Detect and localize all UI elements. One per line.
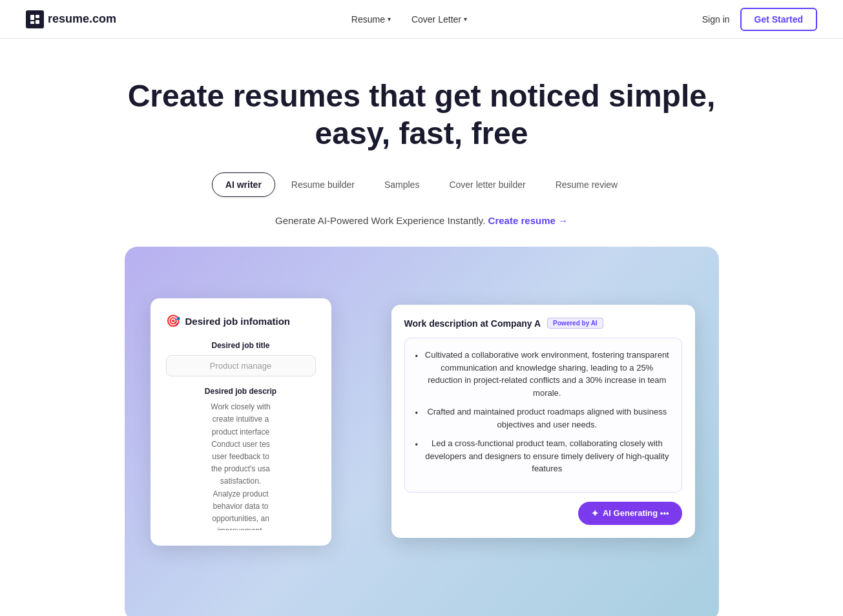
svg-rect-2 [36, 20, 39, 24]
generating-area: ✦ AI Generating ••• [404, 502, 682, 525]
nav-actions: Sign in Get Started [702, 8, 817, 31]
hero-title: Create resumes that get noticed simple, … [26, 77, 817, 152]
job-desc-text: Work closely withcreate intuitive aprodu… [166, 401, 316, 530]
feature-tabs: AI writer Resume builder Samples Cover l… [26, 172, 817, 197]
job-desc-label: Desired job descrip [166, 387, 316, 396]
nav-cover-letter-label: Cover Letter [411, 14, 461, 25]
ai-content-box: • Cultivated a collaborative work enviro… [404, 338, 682, 493]
right-card-title: Work description at Company A [404, 318, 541, 329]
svg-rect-3 [30, 21, 34, 24]
bullet-dot-1: • [415, 350, 419, 399]
demo-area: 🎯 Desired job infomation Desired job tit… [125, 247, 719, 616]
tab-ai-writer[interactable]: AI writer [212, 172, 275, 197]
nav-links: Resume ▾ Cover Letter ▾ [351, 14, 467, 25]
bullet-dot-2: • [415, 407, 419, 431]
tab-resume-builder[interactable]: Resume builder [278, 172, 368, 197]
hero-section: Create resumes that get noticed simple, … [0, 39, 843, 616]
ai-bullet-2: • Crafted and maintained product roadmap… [415, 406, 671, 431]
job-title-input[interactable]: Product manage [166, 355, 316, 376]
navbar: resume.com Resume ▾ Cover Letter ▾ Sign … [0, 0, 843, 39]
left-card-header: 🎯 Desired job infomation [166, 314, 316, 328]
tab-resume-review[interactable]: Resume review [542, 172, 631, 197]
hero-subtitle: Generate AI-Powered Work Experience Inst… [26, 215, 817, 226]
create-resume-link[interactable]: Create resume → [488, 215, 568, 226]
right-card-header: Work description at Company A Powered by… [404, 318, 682, 329]
svg-rect-1 [36, 15, 39, 18]
logo[interactable]: resume.com [26, 10, 116, 28]
tab-cover-letter-builder[interactable]: Cover letter builder [435, 172, 539, 197]
chevron-down-icon: ▾ [464, 15, 467, 23]
logo-text: resume.com [48, 12, 116, 26]
ai-generating-button[interactable]: ✦ AI Generating ••• [578, 502, 682, 525]
logo-icon [26, 10, 44, 28]
svg-rect-0 [30, 15, 34, 20]
left-card: 🎯 Desired job infomation Desired job tit… [151, 298, 331, 546]
tab-samples[interactable]: Samples [371, 172, 433, 197]
nav-resume-link[interactable]: Resume ▾ [351, 14, 391, 25]
ai-bullet-3: • Led a cross-functional product team, c… [415, 437, 671, 475]
nav-resume-label: Resume [351, 14, 385, 25]
signin-link[interactable]: Sign in [702, 14, 730, 25]
bullet-dot-3: • [415, 438, 419, 475]
get-started-button[interactable]: Get Started [740, 8, 817, 31]
left-card-title: Desired job infomation [185, 316, 291, 327]
nav-cover-letter-link[interactable]: Cover Letter ▾ [411, 14, 467, 25]
cards-wrapper: 🎯 Desired job infomation Desired job tit… [151, 285, 693, 616]
right-card: Work description at Company A Powered by… [391, 305, 695, 538]
target-icon: 🎯 [166, 314, 180, 328]
chevron-down-icon: ▾ [388, 15, 391, 23]
job-title-label: Desired job title [166, 341, 316, 350]
ai-bullet-1: • Cultivated a collaborative work enviro… [415, 349, 671, 399]
ai-badge: Powered by AI [547, 318, 603, 329]
sparkle-icon: ✦ [591, 508, 599, 518]
